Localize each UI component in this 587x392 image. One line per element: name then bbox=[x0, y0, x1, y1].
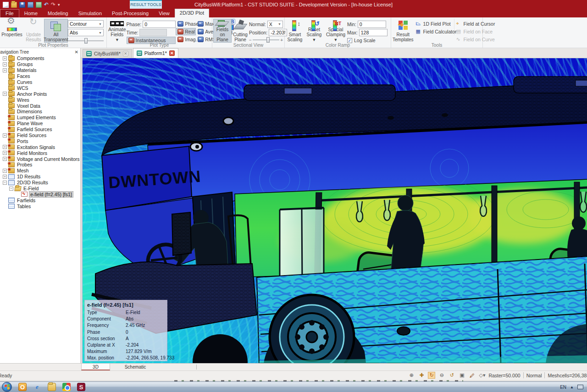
tab-view[interactable]: View bbox=[154, 10, 175, 17]
tree-item[interactable]: Plane Wave bbox=[0, 121, 80, 127]
tab-modeling[interactable]: Modeling bbox=[43, 10, 73, 17]
cutting-plane-button[interactable]: Cutting Plane bbox=[232, 19, 249, 43]
tray-expand-icon[interactable]: ▲ bbox=[570, 385, 574, 389]
new-file-icon[interactable] bbox=[3, 2, 9, 8]
min-input[interactable] bbox=[358, 21, 386, 28]
phase-input[interactable] bbox=[143, 21, 176, 28]
reset-scaling-button[interactable]: ↺ Reset Scaling▾ bbox=[304, 19, 324, 43]
tree-item[interactable]: e-field (f=2.45) [fs1] bbox=[0, 191, 80, 197]
all-transparent-button[interactable]: All Transparent bbox=[44, 19, 68, 43]
zoom-icon[interactable]: ⊕ bbox=[408, 372, 415, 379]
view-tab-schematic[interactable]: Schematic bbox=[110, 364, 161, 370]
expand-toggle-icon[interactable]: + bbox=[3, 133, 7, 138]
close-panel-icon[interactable]: ✕ bbox=[75, 50, 78, 55]
expand-toggle-icon[interactable] bbox=[3, 110, 7, 114]
contour-select[interactable]: Contour▼ bbox=[68, 20, 104, 28]
tree-item[interactable]: Probes bbox=[0, 162, 80, 168]
update-results-button[interactable]: Update Results bbox=[23, 19, 44, 43]
taskbar-file-explorer[interactable] bbox=[45, 382, 59, 392]
expand-toggle-icon[interactable]: + bbox=[3, 145, 7, 149]
expand-toggle-icon[interactable]: + bbox=[3, 62, 7, 66]
paint-icon[interactable]: 🖉︎ bbox=[468, 372, 476, 379]
result-templates-button[interactable]: Result Templates bbox=[392, 19, 414, 43]
save-icon[interactable] bbox=[19, 2, 25, 8]
tree-item[interactable]: Dimensions bbox=[0, 109, 80, 115]
properties-button[interactable]: Properties bbox=[1, 19, 23, 43]
tree-item[interactable]: + 1D Results bbox=[0, 174, 80, 180]
tree-item[interactable]: − E-Field bbox=[0, 186, 80, 192]
fields-on-plane-button[interactable]: Fields on Plane bbox=[213, 19, 232, 43]
expand-toggle-icon[interactable]: + bbox=[3, 157, 7, 161]
expand-toggle-icon[interactable]: + bbox=[3, 92, 7, 96]
tree-item[interactable]: Farfields bbox=[0, 197, 80, 203]
redo-icon[interactable]: ↷ bbox=[51, 2, 55, 8]
tab-simulation[interactable]: Simulation bbox=[73, 10, 107, 17]
rotate-icon[interactable]: ↻ bbox=[428, 372, 435, 379]
copy-view-icon[interactable] bbox=[28, 2, 33, 8]
close-tab-icon[interactable]: ✕ bbox=[123, 51, 128, 56]
zoom-out-icon[interactable]: ⊖ bbox=[438, 372, 445, 379]
export-icon[interactable] bbox=[36, 2, 42, 8]
taskbar-chrome[interactable] bbox=[60, 382, 73, 392]
spin-icon[interactable]: ↺ bbox=[448, 372, 455, 379]
expand-toggle-icon[interactable]: + bbox=[3, 68, 7, 72]
expand-toggle-icon[interactable]: + bbox=[3, 169, 7, 173]
document-tab[interactable]: CityBusWifi* ✕ bbox=[83, 49, 132, 58]
tree-item[interactable]: Lumped Elements bbox=[0, 115, 80, 121]
tree-item[interactable]: + Mesh bbox=[0, 168, 80, 174]
tree-item[interactable]: + Field Sources bbox=[0, 133, 80, 138]
animate-fields-button[interactable]: Animate Fields▾ bbox=[108, 19, 127, 43]
network-icon[interactable] bbox=[577, 385, 583, 389]
tab-2d3d-plot[interactable]: 2D/3D Plot bbox=[175, 9, 209, 17]
normal-select[interactable]: X▼ bbox=[267, 21, 283, 28]
special-clamping-button[interactable]: ⊠T Special Clamping▾ bbox=[324, 19, 347, 43]
expand-toggle-icon[interactable] bbox=[3, 86, 7, 90]
expand-toggle-icon[interactable] bbox=[3, 121, 7, 126]
field-plot-viewport[interactable]: DWNTOWN bbox=[82, 58, 587, 363]
close-tab-icon[interactable]: ✕ bbox=[169, 50, 175, 56]
tree-item[interactable]: Ports bbox=[0, 138, 80, 144]
tray-language[interactable]: EN bbox=[560, 385, 566, 390]
expand-toggle-icon[interactable] bbox=[3, 204, 7, 208]
expand-toggle-icon[interactable] bbox=[3, 163, 7, 167]
pan-icon[interactable]: ✚ bbox=[418, 372, 425, 379]
tree-item[interactable]: + Field Monitors bbox=[0, 150, 80, 156]
customize-toolbar-icon[interactable]: ▾ bbox=[58, 2, 60, 8]
open-file-icon[interactable] bbox=[11, 2, 17, 8]
expand-toggle-icon[interactable]: − bbox=[9, 187, 13, 191]
view-tab-3d[interactable]: 3D bbox=[81, 364, 110, 370]
undo-icon[interactable]: ↶ bbox=[44, 2, 49, 8]
expand-toggle-icon[interactable] bbox=[3, 198, 7, 202]
taskbar-outlook[interactable]: O bbox=[16, 382, 29, 392]
expand-toggle-icon[interactable] bbox=[3, 74, 7, 78]
position-slider[interactable]: −+ bbox=[249, 37, 283, 43]
smart-scaling-button[interactable]: ↕ Smart Scaling bbox=[286, 19, 304, 43]
expand-toggle-icon[interactable] bbox=[3, 80, 7, 84]
tree-item[interactable]: + Voltage and Current Monitors bbox=[0, 156, 80, 162]
tree-item[interactable]: − 2D/3D Results bbox=[0, 180, 80, 186]
component-select[interactable]: Abs▼ bbox=[68, 29, 104, 36]
expand-toggle-icon[interactable] bbox=[3, 98, 7, 102]
taskbar-cst[interactable]: S bbox=[74, 382, 88, 392]
taskbar-internet-explorer[interactable]: e bbox=[30, 382, 44, 392]
time-input[interactable] bbox=[139, 29, 167, 36]
imag-button[interactable]: Imag. bbox=[176, 36, 196, 43]
tree-item[interactable]: Farfield Sources bbox=[0, 127, 80, 133]
expand-toggle-icon[interactable] bbox=[3, 127, 7, 132]
1d-field-plot-button[interactable]: 📉︎ 1D Field Plot bbox=[414, 20, 454, 28]
phase-plot-button[interactable]: Phase bbox=[176, 20, 196, 28]
axes-cube-icon[interactable]: ◇▾ bbox=[478, 372, 486, 379]
field-calculator-button[interactable]: ▦ Field Calculator bbox=[414, 28, 454, 35]
document-tab[interactable]: Platform1* ✕ bbox=[133, 48, 178, 58]
real-button[interactable]: Real bbox=[176, 28, 196, 35]
expand-toggle-icon[interactable] bbox=[16, 192, 20, 196]
start-button[interactable] bbox=[2, 382, 12, 392]
expand-toggle-icon[interactable]: − bbox=[3, 181, 7, 185]
expand-toggle-icon[interactable] bbox=[3, 104, 7, 108]
expand-toggle-icon[interactable]: + bbox=[3, 151, 7, 155]
fit-view-icon[interactable]: ▣ bbox=[458, 372, 465, 379]
tree-item[interactable]: + Excitation Signals bbox=[0, 144, 80, 150]
tab-post-processing[interactable]: Post-Processing bbox=[107, 10, 154, 17]
expand-toggle-icon[interactable]: + bbox=[3, 175, 7, 179]
expand-toggle-icon[interactable]: + bbox=[3, 56, 7, 61]
